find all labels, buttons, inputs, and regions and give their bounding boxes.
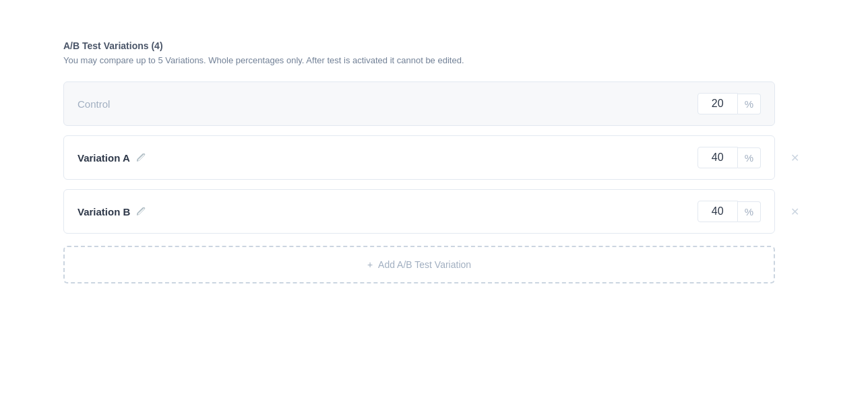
section-description: You may compare up to 5 Variations. Whol… <box>63 55 805 65</box>
control-label: Control <box>78 98 110 110</box>
variation-a-edit-icon[interactable] <box>137 153 146 162</box>
add-variation-plus-icon: + <box>367 259 373 270</box>
control-card: Control % <box>63 81 775 126</box>
variation-a-row: Variation A % ✕ <box>63 135 805 180</box>
variation-a-label: Variation A <box>78 152 146 164</box>
variation-b-card: Variation B % <box>63 189 775 234</box>
variation-b-row: Variation B % ✕ <box>63 189 805 234</box>
variation-b-label-text: Variation B <box>78 206 130 217</box>
variation-b-percentage-input[interactable] <box>698 201 738 222</box>
variation-a-percentage-wrapper: % <box>698 147 761 168</box>
variation-a-delete-button[interactable]: ✕ <box>784 147 805 168</box>
control-percent-symbol: % <box>738 94 761 114</box>
variation-a-percent-symbol: % <box>738 147 761 168</box>
add-variation-label: Add A/B Test Variation <box>378 259 471 270</box>
variation-b-delete-button[interactable]: ✕ <box>784 201 805 222</box>
control-percentage-wrapper: % <box>698 93 761 114</box>
control-percentage-input[interactable] <box>698 93 738 114</box>
variation-a-label-text: Variation A <box>78 152 130 164</box>
variation-b-edit-icon[interactable] <box>137 207 146 216</box>
add-variation-row: + Add A/B Test Variation <box>63 243 805 283</box>
add-variation-button[interactable]: + Add A/B Test Variation <box>63 246 775 283</box>
control-row: Control % <box>63 81 805 126</box>
ab-test-variations-section: A/B Test Variations (4) You may compare … <box>63 40 805 293</box>
variation-b-percentage-wrapper: % <box>698 201 761 222</box>
variation-b-label: Variation B <box>78 206 146 217</box>
variation-b-percent-symbol: % <box>738 201 761 222</box>
variation-a-card: Variation A % <box>63 135 775 180</box>
variation-a-percentage-input[interactable] <box>698 147 738 168</box>
section-title: A/B Test Variations (4) <box>63 40 805 51</box>
